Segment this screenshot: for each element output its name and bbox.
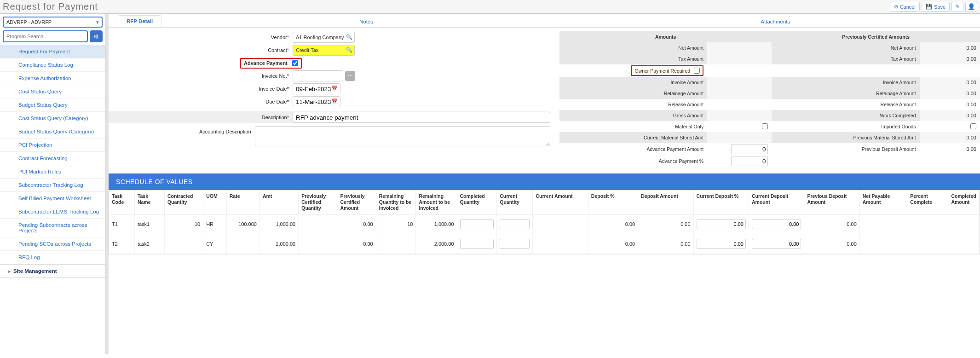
save-button[interactable]: 💾 Save bbox=[922, 2, 950, 12]
sidebar-item[interactable]: Budget Status Query (Category) bbox=[0, 125, 105, 139]
sidebar-item[interactable]: RFQ Log bbox=[0, 251, 105, 264]
sov-cell-input[interactable] bbox=[460, 239, 494, 249]
sidebar-item[interactable]: Cost Status Query bbox=[0, 85, 105, 98]
sidebar-item[interactable]: Subcontractor LEMS Tracking Log bbox=[0, 205, 105, 219]
sov-col-header: Previously Certified Quantity bbox=[299, 191, 337, 214]
invoice-no-label: Invoice No.* bbox=[109, 73, 293, 79]
owner-payment-checkbox[interactable] bbox=[694, 68, 700, 74]
sov-col-header: Deposit Amount bbox=[638, 191, 693, 214]
sov-cell-input[interactable] bbox=[752, 219, 801, 229]
sov-cell-input[interactable] bbox=[500, 219, 530, 229]
sov-col-header: Contracted Quantity bbox=[164, 191, 203, 214]
vendor-label: Vendor* bbox=[109, 35, 293, 40]
amounts-header: Amounts bbox=[559, 31, 772, 42]
amount-label: Previous Deposit Amount bbox=[772, 143, 919, 155]
sov-title: SCHEDULE OF VALUES bbox=[109, 173, 980, 190]
sov-col-header: Completed Quantity bbox=[457, 191, 497, 214]
search-icon[interactable]: 🔍 bbox=[346, 34, 352, 40]
gear-icon[interactable]: ⚙ bbox=[90, 30, 103, 42]
tab-notes[interactable]: Notes bbox=[161, 16, 571, 27]
sov-cell-input[interactable] bbox=[697, 219, 746, 229]
contract-lookup[interactable]: Credit Tax 🔍 bbox=[293, 45, 355, 56]
sidebar-item[interactable]: Expense Authorization bbox=[0, 72, 105, 85]
due-date-label: Due Date* bbox=[109, 99, 293, 104]
amount-label: Net Amount bbox=[559, 42, 707, 53]
amount-label: Release Amount bbox=[559, 99, 707, 110]
prev-cert-header: Previously Certified Amounts bbox=[772, 31, 980, 42]
sov-col-header: Task Code bbox=[109, 191, 134, 214]
sov-cell-input[interactable] bbox=[697, 239, 746, 249]
sov-col-header: Amt bbox=[259, 191, 298, 214]
sidebar-item[interactable]: Subcontractor Tracking Log bbox=[0, 179, 105, 192]
chevron-down-icon: ▾ bbox=[96, 19, 99, 25]
user-icon[interactable]: 👤 bbox=[965, 2, 977, 12]
sidebar-item[interactable]: PCI Projection bbox=[0, 139, 105, 152]
sov-col-header: Remaining Quantity to be Invoiced bbox=[376, 191, 416, 214]
more-icon[interactable]: ⋯ bbox=[345, 71, 355, 81]
vendor-lookup[interactable]: A1 Roofing Company 🔍 bbox=[293, 32, 355, 43]
amount-label: Current Material Stored Amt bbox=[559, 132, 707, 143]
amount-label: Invoice Amount bbox=[772, 77, 919, 88]
imported-goods-checkbox[interactable] bbox=[970, 123, 976, 129]
sov-col-header: Net Payable Amount bbox=[859, 191, 907, 214]
owner-payment-highlight: Owner Payment Required bbox=[631, 65, 703, 76]
sidebar-item[interactable]: Pending Subcontracts across Projects bbox=[0, 219, 105, 237]
sidebar-item[interactable]: Pending SCOs across Projects bbox=[0, 237, 105, 251]
amount-label: Retainage Amount bbox=[772, 88, 919, 99]
sov-col-header: Completed Amount bbox=[948, 191, 980, 214]
amount-input[interactable] bbox=[731, 144, 768, 154]
sidebar-item[interactable]: Budget Status Query bbox=[0, 98, 105, 112]
edit-icon[interactable]: ✎ bbox=[951, 2, 963, 12]
tab-rfp-detail[interactable]: RFP Detail bbox=[118, 15, 161, 27]
program-search-input[interactable] bbox=[3, 30, 88, 42]
group-site-management[interactable]: Site Management bbox=[0, 264, 105, 278]
sov-col-header: Current Deposit % bbox=[693, 191, 749, 214]
amount-label: Invoice Amount bbox=[559, 77, 707, 88]
amount-label: Tax Amount bbox=[559, 53, 707, 64]
material-only-checkbox[interactable] bbox=[762, 123, 768, 129]
sidebar-item[interactable]: Contract Forecasting bbox=[0, 152, 105, 165]
amount-label: Release Amount bbox=[772, 99, 919, 110]
sov-cell-input[interactable] bbox=[752, 239, 801, 249]
program-select[interactable]: ADVRFP - ADVRFP ▾ bbox=[3, 17, 103, 28]
sov-col-header: Task Name bbox=[134, 191, 164, 214]
advance-payment-checkbox[interactable] bbox=[292, 60, 298, 66]
sidebar-item[interactable]: Self Billed Payment Worksheet bbox=[0, 192, 105, 205]
amount-label: Gross Amount bbox=[559, 110, 707, 121]
amount-label: Work Completed bbox=[772, 110, 919, 121]
amount-label: Tax Amount bbox=[772, 53, 919, 64]
amount-label: Material Only bbox=[559, 121, 707, 132]
amount-label: Imported Goods bbox=[772, 121, 919, 132]
amount-label: Previous Material Stored Amt bbox=[772, 132, 919, 143]
sov-cell-input[interactable] bbox=[460, 219, 494, 229]
sidebar-item[interactable]: PCI Markup Rules bbox=[0, 165, 105, 179]
amount-label bbox=[772, 155, 919, 167]
page-title: Request for Payment bbox=[3, 1, 98, 12]
cancel-button[interactable]: ⊘ Cancel bbox=[890, 2, 920, 12]
amount-label: Advance Payment % bbox=[559, 155, 707, 167]
sov-col-header: Deposit % bbox=[588, 191, 638, 214]
amount-label: Retainage Amount bbox=[559, 88, 707, 99]
sov-cell-input[interactable] bbox=[500, 239, 530, 249]
invoice-no-input[interactable] bbox=[293, 70, 343, 81]
description-input[interactable] bbox=[293, 112, 550, 123]
accounting-description-input[interactable] bbox=[255, 126, 550, 146]
amount-input[interactable] bbox=[731, 156, 768, 166]
sov-col-header: Remaining Amount to be Invoiced bbox=[416, 191, 457, 214]
accounting-label: Accounting Description bbox=[109, 126, 255, 134]
sov-col-header: Current Deposit Amount bbox=[749, 191, 804, 214]
calendar-icon[interactable]: 📅 bbox=[331, 98, 338, 104]
description-label: Description* bbox=[109, 115, 293, 120]
tab-attachments[interactable]: Attachments bbox=[571, 16, 980, 27]
amount-label: Advance Payment Amount bbox=[559, 143, 707, 155]
search-icon[interactable]: 🔍 bbox=[346, 47, 352, 53]
sidebar-item[interactable]: Request For Payment bbox=[0, 45, 105, 58]
sidebar-item[interactable]: Cost Status Query (Category) bbox=[0, 112, 105, 125]
sov-col-header: Previous Deposit Amount bbox=[804, 191, 859, 214]
sov-col-header: Rate bbox=[226, 191, 259, 214]
sidebar-item[interactable]: Compliance Status Log bbox=[0, 58, 105, 72]
table-row: T2task2CY2,000.000.002,000.000.000.000.0… bbox=[109, 234, 980, 254]
calendar-icon[interactable]: 📅 bbox=[331, 86, 338, 92]
contract-label: Contract* bbox=[109, 47, 293, 53]
sov-col-header: Current Amount bbox=[533, 191, 588, 214]
